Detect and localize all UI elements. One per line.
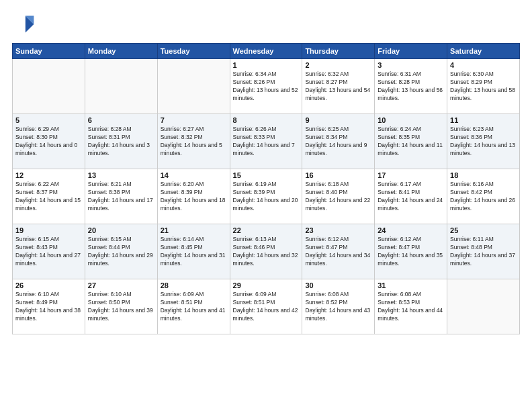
calendar-week-row: 19Sunrise: 6:15 AMSunset: 8:43 PMDayligh… [13,224,520,279]
calendar-week-row: 1Sunrise: 6:34 AMSunset: 8:26 PMDaylight… [13,59,520,114]
day-number: 7 [161,116,227,124]
day-of-week-header: Tuesday [157,44,230,59]
calendar-cell: 13Sunrise: 6:21 AMSunset: 8:38 PMDayligh… [85,169,157,224]
calendar-table: SundayMondayTuesdayWednesdayThursdayFrid… [12,43,520,334]
day-number: 12 [15,171,82,179]
day-number: 8 [233,116,300,124]
cell-text: Sunrise: 6:11 AMSunset: 8:48 PMDaylight:… [450,236,517,268]
cell-text: Sunrise: 6:30 AMSunset: 8:29 PMDaylight:… [450,71,517,103]
header [12,12,520,36]
day-number: 29 [233,281,300,289]
cell-text: Sunrise: 6:12 AMSunset: 8:47 PMDaylight:… [305,236,371,268]
cell-text: Sunrise: 6:12 AMSunset: 8:47 PMDaylight:… [378,236,444,268]
calendar-cell: 8Sunrise: 6:26 AMSunset: 8:33 PMDaylight… [230,114,302,169]
calendar-cell: 7Sunrise: 6:27 AMSunset: 8:32 PMDaylight… [157,114,230,169]
day-number: 26 [15,281,82,289]
calendar-cell: 31Sunrise: 6:08 AMSunset: 8:53 PMDayligh… [375,279,447,334]
day-number: 28 [161,281,227,289]
day-number: 21 [161,226,227,234]
calendar-cell: 2Sunrise: 6:32 AMSunset: 8:27 PMDaylight… [302,59,375,114]
cell-text: Sunrise: 6:15 AMSunset: 8:44 PMDaylight:… [88,236,154,268]
calendar-cell: 6Sunrise: 6:28 AMSunset: 8:31 PMDaylight… [85,114,157,169]
calendar-cell: 21Sunrise: 6:14 AMSunset: 8:45 PMDayligh… [157,224,230,279]
day-number: 24 [378,226,444,234]
day-number: 11 [450,116,517,124]
calendar-cell: 30Sunrise: 6:08 AMSunset: 8:52 PMDayligh… [302,279,375,334]
day-of-week-header: Sunday [13,44,85,59]
calendar-cell: 9Sunrise: 6:25 AMSunset: 8:34 PMDaylight… [302,114,375,169]
cell-text: Sunrise: 6:08 AMSunset: 8:53 PMDaylight:… [378,291,444,323]
calendar-cell: 15Sunrise: 6:19 AMSunset: 8:39 PMDayligh… [230,169,302,224]
calendar-cell: 5Sunrise: 6:29 AMSunset: 8:30 PMDaylight… [13,114,85,169]
calendar-cell: 3Sunrise: 6:31 AMSunset: 8:28 PMDaylight… [375,59,447,114]
calendar-week-row: 26Sunrise: 6:10 AMSunset: 8:49 PMDayligh… [13,279,520,334]
cell-text: Sunrise: 6:28 AMSunset: 8:31 PMDaylight:… [88,126,154,158]
calendar-cell: 26Sunrise: 6:10 AMSunset: 8:49 PMDayligh… [13,279,85,334]
cell-text: Sunrise: 6:14 AMSunset: 8:45 PMDaylight:… [161,236,227,268]
cell-text: Sunrise: 6:20 AMSunset: 8:39 PMDaylight:… [161,181,227,213]
day-number: 27 [88,281,154,289]
day-number: 30 [305,281,371,289]
calendar-cell: 24Sunrise: 6:12 AMSunset: 8:47 PMDayligh… [375,224,447,279]
calendar-cell: 18Sunrise: 6:16 AMSunset: 8:42 PMDayligh… [447,169,520,224]
day-number: 14 [161,171,227,179]
day-of-week-header: Saturday [447,44,520,59]
calendar-cell: 23Sunrise: 6:12 AMSunset: 8:47 PMDayligh… [302,224,375,279]
cell-text: Sunrise: 6:23 AMSunset: 8:36 PMDaylight:… [450,126,517,158]
day-number: 2 [305,61,371,69]
day-number: 9 [305,116,371,124]
cell-text: Sunrise: 6:22 AMSunset: 8:37 PMDaylight:… [15,181,82,213]
cell-text: Sunrise: 6:17 AMSunset: 8:41 PMDaylight:… [378,181,444,213]
calendar-cell: 19Sunrise: 6:15 AMSunset: 8:43 PMDayligh… [13,224,85,279]
day-number: 25 [450,226,517,234]
calendar-cell: 12Sunrise: 6:22 AMSunset: 8:37 PMDayligh… [13,169,85,224]
day-number: 6 [88,116,154,124]
day-number: 10 [378,116,444,124]
calendar-cell [447,279,520,334]
calendar-cell [157,59,230,114]
day-number: 13 [88,171,154,179]
calendar-cell: 25Sunrise: 6:11 AMSunset: 8:48 PMDayligh… [447,224,520,279]
calendar-week-row: 5Sunrise: 6:29 AMSunset: 8:30 PMDaylight… [13,114,520,169]
cell-text: Sunrise: 6:10 AMSunset: 8:49 PMDaylight:… [15,291,82,323]
day-number: 19 [15,226,82,234]
cell-text: Sunrise: 6:10 AMSunset: 8:50 PMDaylight:… [88,291,154,323]
cell-text: Sunrise: 6:15 AMSunset: 8:43 PMDaylight:… [15,236,82,268]
day-of-week-header: Thursday [302,44,375,59]
calendar-cell: 10Sunrise: 6:24 AMSunset: 8:35 PMDayligh… [375,114,447,169]
calendar-cell: 28Sunrise: 6:09 AMSunset: 8:51 PMDayligh… [157,279,230,334]
day-number: 31 [378,281,444,289]
calendar-cell: 16Sunrise: 6:18 AMSunset: 8:40 PMDayligh… [302,169,375,224]
cell-text: Sunrise: 6:16 AMSunset: 8:42 PMDaylight:… [450,181,517,213]
day-number: 4 [450,61,517,69]
calendar-header-row: SundayMondayTuesdayWednesdayThursdayFrid… [13,44,520,59]
day-number: 20 [88,226,154,234]
cell-text: Sunrise: 6:32 AMSunset: 8:27 PMDaylight:… [305,71,371,103]
calendar-cell: 22Sunrise: 6:13 AMSunset: 8:46 PMDayligh… [230,224,302,279]
cell-text: Sunrise: 6:24 AMSunset: 8:35 PMDaylight:… [378,126,444,158]
day-of-week-header: Wednesday [230,44,302,59]
logo [12,12,39,36]
cell-text: Sunrise: 6:27 AMSunset: 8:32 PMDaylight:… [161,126,227,158]
day-of-week-header: Monday [85,44,157,59]
day-number: 17 [378,171,444,179]
cell-text: Sunrise: 6:08 AMSunset: 8:52 PMDaylight:… [305,291,371,323]
day-of-week-header: Friday [375,44,447,59]
calendar-cell: 20Sunrise: 6:15 AMSunset: 8:44 PMDayligh… [85,224,157,279]
calendar-cell: 27Sunrise: 6:10 AMSunset: 8:50 PMDayligh… [85,279,157,334]
calendar-cell: 4Sunrise: 6:30 AMSunset: 8:29 PMDaylight… [447,59,520,114]
day-number: 3 [378,61,444,69]
calendar-week-row: 12Sunrise: 6:22 AMSunset: 8:37 PMDayligh… [13,169,520,224]
calendar-cell [13,59,85,114]
day-number: 23 [305,226,371,234]
cell-text: Sunrise: 6:34 AMSunset: 8:26 PMDaylight:… [233,71,300,103]
cell-text: Sunrise: 6:21 AMSunset: 8:38 PMDaylight:… [88,181,154,213]
cell-text: Sunrise: 6:18 AMSunset: 8:40 PMDaylight:… [305,181,371,213]
calendar-cell: 1Sunrise: 6:34 AMSunset: 8:26 PMDaylight… [230,59,302,114]
cell-text: Sunrise: 6:26 AMSunset: 8:33 PMDaylight:… [233,126,300,158]
page: SundayMondayTuesdayWednesdayThursdayFrid… [0,0,532,411]
calendar-cell: 14Sunrise: 6:20 AMSunset: 8:39 PMDayligh… [157,169,230,224]
cell-text: Sunrise: 6:09 AMSunset: 8:51 PMDaylight:… [161,291,227,323]
cell-text: Sunrise: 6:13 AMSunset: 8:46 PMDaylight:… [233,236,300,268]
day-number: 5 [15,116,82,124]
